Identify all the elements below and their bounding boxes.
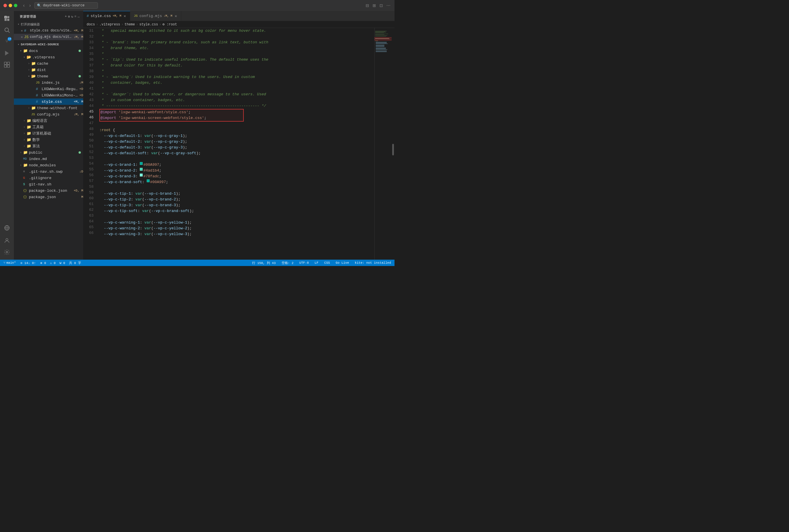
split-icon[interactable]: ⊡ xyxy=(379,3,384,8)
language-mode[interactable]: CSS xyxy=(323,260,331,266)
open-file-config-mjs[interactable]: ✕ JS config.mjs docs/vite... ↓M, M xyxy=(14,34,83,40)
folder-icon: 📁 xyxy=(26,137,31,142)
maximize-button[interactable] xyxy=(14,4,17,7)
close-icon[interactable]: ✕ xyxy=(21,28,23,33)
sidebar-toggle-icon[interactable]: ⊟ xyxy=(365,3,370,8)
breadcrumb-file[interactable]: style.css xyxy=(139,22,158,26)
file-gitignore[interactable]: G .gitignore xyxy=(14,175,83,181)
refresh-icon[interactable]: ↻ xyxy=(71,15,73,18)
chevron-right-icon: › xyxy=(22,132,26,135)
minimize-button[interactable] xyxy=(9,4,12,7)
file-lxgw-mono[interactable]: # LXGWWenKaiMono-Reg... +D xyxy=(14,92,83,98)
error-status[interactable]: ⊗ 0 ⚠ 0 W 0 共 0 字 xyxy=(39,260,82,266)
breadcrumb-docs[interactable]: docs xyxy=(86,22,95,26)
back-button[interactable]: ‹ xyxy=(22,2,26,9)
breadcrumb-symbol[interactable]: ⚙ :root xyxy=(162,22,177,26)
branch-name: main* xyxy=(6,261,16,265)
indentation[interactable]: 空格: 2 xyxy=(281,260,295,266)
folder-node-modules[interactable]: › 📁 node_modules xyxy=(14,162,83,168)
breadcrumb-vitepress[interactable]: .vitepress xyxy=(99,22,120,26)
chevron-down-icon: ▾ xyxy=(22,55,26,59)
folder-cs-basics[interactable]: › 📁 计算机基础 xyxy=(14,130,83,137)
layout-icon[interactable]: ⊞ xyxy=(372,3,377,8)
svg-rect-37 xyxy=(376,49,386,49)
more-icon[interactable]: ⋯ xyxy=(386,3,391,8)
scrollbar-thumb[interactable] xyxy=(392,144,394,155)
code-line-36: * - `tip`: Used to indicate useful infor… xyxy=(99,57,374,63)
open-file-style-css[interactable]: ✕ # style.css docs/vitepr... +M, M xyxy=(14,27,83,34)
tab-config-mjs[interactable]: JS config.mjs ↓M, M ✕ xyxy=(130,11,181,21)
breadcrumb-sep: › xyxy=(136,22,138,26)
chevron-right-icon: › xyxy=(26,69,31,72)
editor[interactable]: 3132333435 3637383940 41424344 45 46 474… xyxy=(83,28,394,260)
svg-rect-24 xyxy=(375,38,389,38)
remote-icon[interactable] xyxy=(2,223,12,233)
sync-status[interactable]: ⊙ 14↓ 0↑ xyxy=(19,260,37,266)
tab-close-button[interactable]: ✕ xyxy=(123,14,127,18)
branch-status[interactable]: ⑂ main* xyxy=(2,260,17,266)
breadcrumb-sep: › xyxy=(96,22,98,26)
code-line-41: * xyxy=(99,86,374,92)
encoding[interactable]: UTF-8 xyxy=(298,260,310,266)
folder-tools[interactable]: › 📁 工具箱 xyxy=(14,124,83,130)
cursor-position[interactable]: 行 150, 列 43 xyxy=(251,260,277,266)
settings-icon[interactable] xyxy=(2,247,12,257)
indentation-text: 空格: 2 xyxy=(282,261,294,265)
file-lxgw-regular[interactable]: # LXGWWenKai-Regular.css +D xyxy=(14,86,83,92)
file-icon: ≡ xyxy=(23,170,28,173)
line-ending[interactable]: LF xyxy=(313,260,320,266)
code-line-58 xyxy=(99,185,374,191)
folder-docs[interactable]: ▾ 📁 docs xyxy=(14,48,83,54)
file-git-nav-sh[interactable]: $ git-nav.sh xyxy=(14,181,83,187)
tab-close-button[interactable]: ✕ xyxy=(174,14,178,18)
js-file-icon: JS xyxy=(31,113,36,116)
close-icon[interactable]: ✕ xyxy=(21,35,23,39)
file-index-js[interactable]: JS index.js ↓M xyxy=(14,79,83,86)
new-file-icon[interactable]: + xyxy=(65,15,67,18)
js-file-icon: JS xyxy=(24,35,28,39)
folder-theme-without-font[interactable]: › 📁 theme-without-font xyxy=(14,105,83,111)
file-config-mjs[interactable]: JS config.mjs ↓M, M xyxy=(14,111,83,117)
open-editors-section[interactable]: ▾ 打开的编辑器 xyxy=(14,21,83,27)
go-live[interactable]: Go Live xyxy=(334,260,350,266)
close-button[interactable] xyxy=(3,4,7,7)
folder-math[interactable]: › 📁 数学 xyxy=(14,137,83,143)
folder-cache[interactable]: › 📁 cache xyxy=(14,60,83,67)
file-style-css[interactable]: # style.css +M, M xyxy=(14,98,83,105)
forward-button[interactable]: › xyxy=(28,2,32,9)
scrollbar-track[interactable] xyxy=(391,28,394,260)
kite-status[interactable]: kite: not installed xyxy=(354,260,392,266)
file-git-nav-swp[interactable]: ≡ .git-nav.sh.swp ↓D xyxy=(14,168,83,175)
code-line-52: --vp-c-default-soft: var(--vp-c-gray-sof… xyxy=(99,151,374,156)
breadcrumb-theme[interactable]: theme xyxy=(124,22,135,26)
code-line-42: * - `danger`: Used to show error, or dan… xyxy=(99,92,374,97)
folder-theme[interactable]: ▾ 📂 theme xyxy=(14,73,83,79)
svg-point-11 xyxy=(6,239,8,241)
run-debug-icon[interactable] xyxy=(2,48,12,58)
folder-public[interactable]: › 📁 public xyxy=(14,149,83,156)
folder-dist[interactable]: › 📁 dist xyxy=(14,67,83,73)
collapse-all-icon[interactable]: ≡ xyxy=(75,15,77,18)
file-package-lock[interactable]: {} package-lock.json +D, M xyxy=(14,187,83,194)
search-bar[interactable]: 🔍 daydream-wiki-source xyxy=(34,2,98,9)
source-control-icon[interactable]: ⑂ 10 xyxy=(2,36,12,47)
tabs-bar: # style.css +M, M ✕ JS config.mjs ↓M, M … xyxy=(83,11,394,21)
explorer-icon[interactable] xyxy=(2,13,12,24)
project-root[interactable]: ▾ DAYDREAM-WIKI-SOURCE xyxy=(14,41,83,48)
svg-rect-29 xyxy=(376,43,387,43)
search-activity-icon[interactable] xyxy=(2,25,12,35)
account-icon[interactable] xyxy=(2,235,12,246)
file-index-md[interactable]: MD index.md xyxy=(14,156,83,162)
folder-programming[interactable]: › 📁 编程语言 xyxy=(14,117,83,124)
file-package-json[interactable]: {} package.json M xyxy=(14,194,83,200)
folder-algorithms[interactable]: › 📁 算法 xyxy=(14,143,83,149)
more-options-icon[interactable]: … xyxy=(78,15,80,18)
new-folder-icon[interactable]: ⊕ xyxy=(68,15,70,18)
code-line-32: * xyxy=(99,34,374,40)
tab-style-css[interactable]: # style.css +M, M ✕ xyxy=(83,11,130,21)
code-line-40: * container, badges, etc. xyxy=(99,80,374,86)
folder-vitepress[interactable]: ▾ 📂 .vitepress xyxy=(14,54,83,60)
code-line-63 xyxy=(99,214,374,220)
code-line-62: --vp-c-tip-soft: var(--vp-c-brand-soft); xyxy=(99,208,374,214)
extensions-icon[interactable] xyxy=(2,59,12,70)
